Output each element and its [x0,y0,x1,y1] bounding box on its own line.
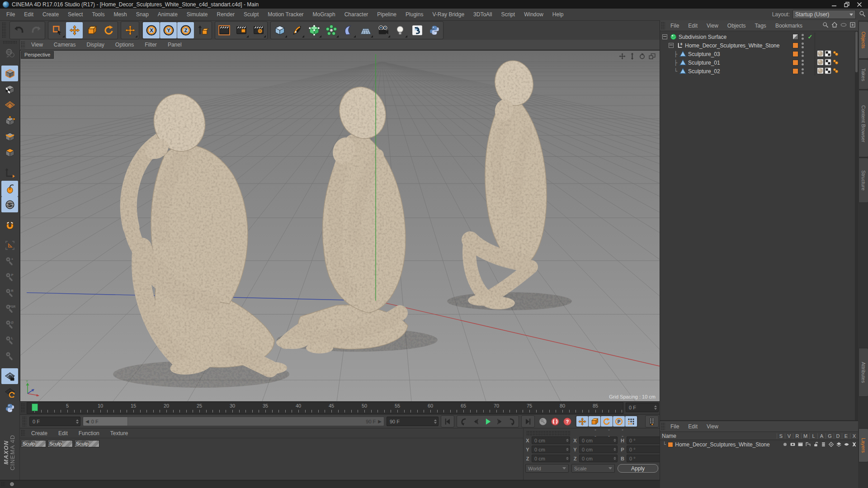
goto-next-frame-button[interactable] [494,416,506,427]
stepper-icon[interactable] [613,457,616,460]
menubar-item-sculpt[interactable]: Sculpt [239,11,263,18]
search-icon[interactable] [859,10,866,19]
viewport-menu-cameras[interactable]: Cameras [48,42,81,48]
lock-y-axis-button[interactable]: Y [160,22,177,38]
render-visibility-dot[interactable] [802,55,804,57]
object-manager-menu-objects[interactable]: Objects [723,23,750,29]
layer-row-home-decor-sculptures-white-stone[interactable]: └Home_Decor_Sculptures_White_Stone [660,440,858,449]
keying-help-button[interactable]: ? [562,416,573,427]
object-enable-toggle[interactable] [791,34,800,40]
add-deformer-button[interactable] [340,22,357,38]
record-psr-button[interactable]: PSR [1,300,18,316]
dock-tab-takes[interactable]: Takes [859,59,868,89]
object-manager-menu-file[interactable]: File [666,23,684,29]
layer-menu-view[interactable]: View [702,423,723,430]
object-row-sculpture-02[interactable]: └Sculpture_02 [660,67,858,75]
record-active-objects-button[interactable] [550,416,561,427]
current-frame-field[interactable]: 0 F [29,417,80,426]
menubar-item-window[interactable]: Window [519,11,548,18]
points-mode-button[interactable] [1,113,18,129]
render-view-button[interactable] [216,22,232,38]
camera-label[interactable]: Perspective [21,51,54,59]
layer-cell-d[interactable] [835,441,843,447]
object-row-subdivision-surface[interactable]: Subdivision Surface✓ [660,33,858,41]
polygons-mode-button[interactable] [1,145,18,160]
render-visibility-dot[interactable] [802,72,804,74]
stepper-icon[interactable] [613,448,616,451]
editor-visibility-dot[interactable] [802,34,804,36]
coordinate-input-y[interactable]: 0 cm [579,446,618,453]
viewport-zoom-icon[interactable] [628,52,636,61]
rotate-tool-button[interactable] [100,22,117,38]
coordinates-grip[interactable] [526,431,570,436]
viewport-rotate-icon[interactable] [638,52,646,61]
object-manager-menu-edit[interactable]: Edit [684,23,702,29]
coordinate-input-x[interactable]: 0 cm [579,436,618,444]
live-selection-button[interactable] [49,22,66,38]
layer-cell-g[interactable] [827,441,835,447]
add-camera-button[interactable] [374,22,391,38]
visibility-dots[interactable] [800,60,806,66]
layout-select[interactable]: Startup (User) [793,10,856,19]
dock-tab-content-browser[interactable]: Content Browser [859,90,868,157]
workplane-paint-mode-button[interactable] [1,97,18,113]
menubar-item-motion-tracker[interactable]: Motion Tracker [263,11,308,18]
viewport-pan-icon[interactable] [618,52,626,61]
menubar-item-mograph[interactable]: MoGraph [308,11,340,18]
toggle-swatch[interactable] [793,60,798,66]
viewport-menu-panel[interactable]: Panel [162,42,187,48]
object-row-home-decor-sculptures-white-stone[interactable]: 0Home_Decor_Sculptures_White_Stone [660,41,858,50]
home-icon[interactable] [831,21,838,30]
edges-mode-button[interactable] [1,129,18,145]
record-keyframe-button[interactable] [538,416,548,427]
goto-end-button[interactable] [522,416,534,427]
layer-cell-a[interactable] [820,441,827,447]
object-row-sculpture-01[interactable]: ├Sculpture_01 [660,58,858,67]
object-manager-menu-tags[interactable]: Tags [750,23,771,29]
add-icon[interactable] [849,21,856,30]
object-enable-toggle[interactable] [791,51,800,57]
record-other-button[interactable] [1,348,18,364]
stepper-icon[interactable] [432,419,437,424]
layer-cell-x[interactable] [850,441,858,447]
range-end-grabber[interactable]: 90 F▶ [331,417,384,426]
key-position-button[interactable] [576,416,588,427]
key-scale-button[interactable] [589,416,600,427]
python-button[interactable] [426,22,443,38]
layer-cell-m[interactable] [804,441,812,447]
toggle-swatch[interactable] [793,42,798,48]
preview-range-slider[interactable]: ◀0 F 90 F▶ [83,417,384,426]
coordinate-input-z[interactable]: 0 cm [579,455,618,462]
menubar-item-help[interactable]: Help [548,11,568,18]
visibility-dots[interactable] [800,34,806,40]
redo-button[interactable] [28,22,44,38]
layer-manager-grip[interactable] [661,422,665,430]
play-forward-button[interactable] [482,416,494,427]
model-mode-button[interactable] [1,66,18,81]
lock-workplane-button[interactable] [1,368,18,384]
stepper-icon[interactable] [652,405,657,410]
object-axis-mode-button[interactable] [1,165,18,181]
menubar-item-simulate[interactable]: Simulate [182,11,212,18]
coordinate-input-z[interactable]: 0 cm [532,455,570,462]
material-menu-texture[interactable]: Texture [105,430,133,436]
dock-tab-attributes[interactable]: Attributes [859,348,868,397]
stepper-icon[interactable] [613,439,616,442]
stepper-icon[interactable] [566,439,569,442]
menubar-item-character[interactable]: Character [340,11,373,18]
minimize-button[interactable] [831,2,837,7]
last-used-tool-button[interactable] [122,22,138,38]
add-environment-floor-button[interactable] [357,22,374,38]
lock-x-axis-button[interactable]: X [143,22,160,38]
mode-toolbar-grip[interactable] [3,41,16,44]
material-menu-function[interactable]: Function [73,430,105,436]
ruler-frame-field[interactable]: 0 F [626,403,659,412]
workplane-mode-toggle-button[interactable] [1,384,18,400]
viewport-menu-filter[interactable]: Filter [139,42,162,48]
render-settings-button[interactable] [250,22,267,38]
render-picture-viewer-button[interactable] [233,22,250,38]
stepper-icon[interactable] [566,448,569,451]
viewport-menubar-grip[interactable] [21,41,25,48]
material-thumbnail[interactable]: Sculp [21,440,46,447]
viewport-perspective[interactable]: Perspective Grid Spacing : 10 cm Y [20,50,660,402]
